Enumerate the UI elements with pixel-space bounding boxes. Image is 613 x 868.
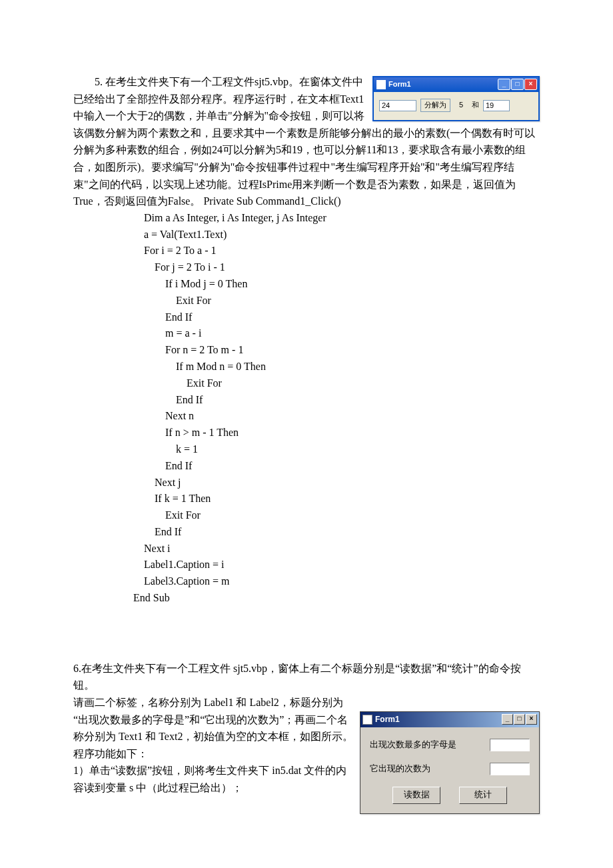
window-title: Form1 bbox=[388, 79, 498, 91]
close-icon[interactable]: × bbox=[524, 79, 537, 90]
form1-body: 分解为 5 和 bbox=[374, 92, 538, 120]
label2: 它出现的次数为 bbox=[370, 762, 490, 776]
question-5: Form1 _ □ × 分解为 5 和 5. 在考生文件夹下有一个工程文件sjt… bbox=[73, 73, 540, 607]
titlebar[interactable]: Form1 _ □ × bbox=[360, 712, 539, 727]
app-icon bbox=[376, 80, 386, 89]
q5-code: Dim a As Integer, i As Integer, j As Int… bbox=[133, 210, 540, 607]
window-buttons: _ □ × bbox=[502, 714, 537, 725]
window-buttons: _ □ × bbox=[498, 79, 537, 90]
window-title: Form1 bbox=[375, 713, 502, 726]
q5-num: 5. bbox=[95, 76, 105, 87]
minimize-icon[interactable]: _ bbox=[502, 714, 513, 725]
form1-window: Form1 _ □ × 分解为 5 和 bbox=[372, 76, 540, 121]
label3-result bbox=[483, 100, 510, 111]
decompose-button[interactable]: 分解为 bbox=[420, 99, 450, 112]
maximize-icon[interactable]: □ bbox=[511, 79, 524, 90]
text2-input[interactable] bbox=[490, 763, 530, 775]
minimize-icon[interactable]: _ bbox=[498, 79, 510, 90]
stat-button[interactable]: 统计 bbox=[459, 787, 507, 804]
maximize-icon[interactable]: □ bbox=[514, 714, 525, 725]
form6-body: 出现次数最多的字母是 它出现的次数为 读数据 统计 bbox=[360, 727, 539, 814]
titlebar[interactable]: Form1 _ □ × bbox=[374, 77, 538, 92]
label2-and: 和 bbox=[472, 99, 479, 111]
label1: 出现次数最多的字母是 bbox=[370, 738, 490, 752]
app-icon bbox=[362, 715, 372, 725]
text1-input[interactable] bbox=[490, 739, 530, 751]
q6-line1: 6.在考生文件夹下有一个工程文件 sjt5.vbp，窗体上有二个标题分别是“读数… bbox=[73, 660, 540, 694]
question-6: 6.在考生文件夹下有一个工程文件 sjt5.vbp，窗体上有二个标题分别是“读数… bbox=[73, 660, 540, 814]
form6-window: Form1 _ □ × 出现次数最多的字母是 它出现的次数为 读数据 统计 bbox=[360, 711, 540, 815]
text1-input[interactable] bbox=[379, 100, 416, 111]
read-data-button[interactable]: 读数据 bbox=[392, 787, 440, 804]
q6-line2: 请画二个标签，名称分别为 Label1 和 Label2，标题分别为 bbox=[73, 694, 540, 711]
close-icon[interactable]: × bbox=[526, 714, 537, 725]
label1-result: 5 bbox=[454, 99, 468, 111]
